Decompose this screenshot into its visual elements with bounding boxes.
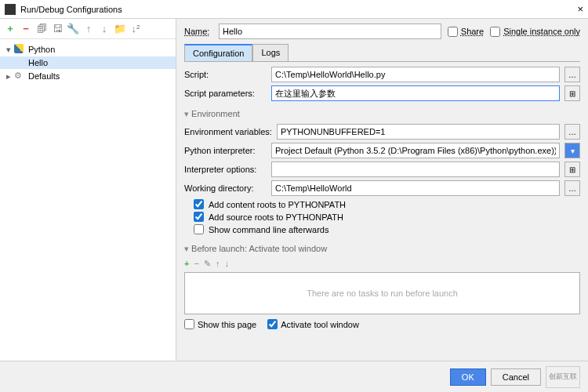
env-section-header[interactable]: Environment [184,104,580,121]
folder-icon[interactable]: 📁 [114,24,125,34]
bl-remove-icon[interactable]: − [194,259,198,269]
tree-label: Hello [28,58,48,67]
interp-opts-input[interactable] [271,162,560,177]
watermark-logo: 创新互联 [546,366,580,388]
remove-icon[interactable]: − [20,24,31,34]
add-content-checkbox[interactable] [194,199,204,209]
script-label: Script: [184,70,267,79]
show-cmd-label: Show command line afterwards [209,225,328,234]
expand-icon[interactable]: ▸ [6,71,14,82]
down-icon[interactable]: ↓ [99,24,110,34]
up-icon[interactable]: ↑ [83,24,94,34]
expand-params-button[interactable]: ⊞ [564,85,580,101]
expand-opts-button[interactable]: ⊞ [564,162,580,177]
sidebar-toolbar: + − 🗐 🖫 🔧 ↑ ↓ 📁 ↓² [0,19,176,39]
browse-env-button[interactable]: … [564,124,580,140]
bl-down-icon[interactable]: ↓ [224,259,229,269]
tree-label: Defaults [28,71,60,81]
tree-label: Python [28,45,55,54]
bl-up-icon[interactable]: ↑ [216,259,220,269]
titlebar: Run/Debug Configurations × [0,0,588,19]
params-label: Script parameters: [184,89,267,98]
settings-icon[interactable]: 🔧 [67,24,78,34]
bl-add-icon[interactable]: + [184,259,189,269]
show-page-checkbox[interactable]: Show this page [184,319,256,329]
single-instance-checkbox[interactable]: Single instance only [490,27,580,37]
add-source-checkbox[interactable] [194,212,204,222]
tab-configuration[interactable]: Configuration [184,44,252,61]
sidebar: + − 🗐 🖫 🔧 ↑ ↓ 📁 ↓² ▾ Python Hello ▸ ⚙ De… [0,19,176,361]
name-input[interactable] [219,24,441,39]
interp-opts-label: Interpreter options: [184,165,267,174]
before-launch-list: There are no tasks to run before launch [184,272,580,314]
add-icon[interactable]: + [5,24,16,34]
tab-logs[interactable]: Logs [252,44,289,61]
workdir-input[interactable] [271,180,560,196]
before-launch-header[interactable]: Before launch: Activate tool window [184,239,580,256]
workdir-label: Working directory: [184,183,267,193]
config-tree: ▾ Python Hello ▸ ⚙ Defaults [0,39,176,86]
copy-icon[interactable]: 🗐 [36,24,47,34]
share-checkbox[interactable]: Share [448,27,484,37]
ok-button[interactable]: OK [450,368,486,386]
save-icon[interactable]: 🖫 [52,24,63,34]
browse-script-button[interactable]: … [564,67,580,82]
env-vars-label: Environment variables: [184,127,272,136]
close-icon[interactable]: × [577,3,583,15]
script-input[interactable] [271,67,560,82]
app-icon [5,4,16,15]
add-content-label: Add content roots to PYTHONPATH [209,200,346,209]
sort-icon[interactable]: ↓² [130,24,141,34]
empty-tasks-label: There are no tasks to run before launch [307,289,458,298]
params-input[interactable] [271,85,560,101]
env-vars-input[interactable] [277,124,560,140]
python-icon [14,44,24,53]
tree-item-python[interactable]: ▾ Python [0,42,176,56]
interpreter-select[interactable] [271,143,560,158]
tree-item-hello[interactable]: Hello [0,56,176,69]
bl-edit-icon[interactable]: ✎ [204,259,211,269]
browse-workdir-button[interactable]: … [564,180,580,196]
tab-bar: Configuration Logs [184,44,580,62]
content-panel: Name: Share Single instance only Configu… [176,19,588,361]
expand-icon[interactable]: ▾ [6,45,14,55]
tree-item-defaults[interactable]: ▸ ⚙ Defaults [0,69,176,83]
gear-icon: ⚙ [14,71,25,82]
interpreter-label: Python interpreter: [184,146,267,155]
name-label: Name: [184,27,212,36]
show-cmd-checkbox[interactable] [194,224,204,234]
cancel-button[interactable]: Cancel [491,368,541,386]
window-title: Run/Debug Configurations [20,5,577,14]
interpreter-dropdown-button[interactable]: ▾ [564,143,580,158]
add-source-label: Add source roots to PYTHONPATH [209,212,343,222]
footer: OK Cancel 创新互联 [0,361,588,392]
activate-tool-checkbox[interactable]: Activate tool window [267,319,359,329]
